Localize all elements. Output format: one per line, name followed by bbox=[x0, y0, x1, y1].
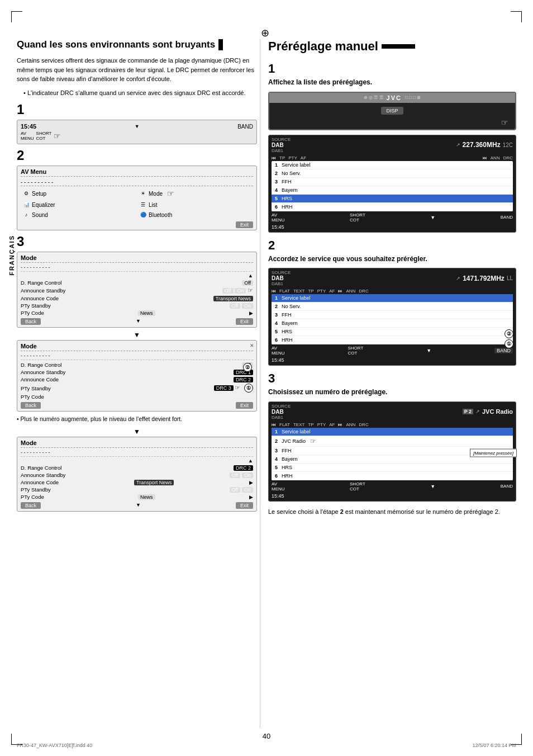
av-menu-label-s1: AVMENU bbox=[21, 131, 34, 141]
exit-btn-1[interactable]: Exit bbox=[236, 318, 253, 325]
dab-label-main-2: DAB bbox=[272, 275, 291, 281]
dab-text-3-5: HRS bbox=[282, 465, 292, 470]
dab-item-2-5[interactable]: 5 HRS bbox=[272, 328, 513, 336]
pty-standby-values-3: Off On bbox=[230, 486, 254, 493]
pty-off-1[interactable]: Off bbox=[230, 303, 241, 309]
disp-btn-row: DISP bbox=[272, 105, 513, 116]
dab-band-btn-2[interactable]: BAND bbox=[494, 348, 513, 353]
announce-code-label-2: Announce Code bbox=[21, 376, 59, 382]
step2-badge-2: ② bbox=[505, 329, 513, 338]
dab-item-2-4[interactable]: 4 Bayern bbox=[272, 319, 513, 328]
dab-freq-1: 227.360MHz bbox=[463, 141, 501, 149]
dab-num-3-1: 1 bbox=[275, 429, 278, 434]
dab-btn-row-1: AVMENU SHORTCOT ▼ BAND bbox=[272, 211, 513, 224]
dab-item-2-3[interactable]: 3 FFH bbox=[272, 311, 513, 319]
dab-time-2: 15:45 bbox=[272, 357, 284, 363]
dab-text-2-2: No Serv. bbox=[282, 304, 301, 309]
dab-item-3-2[interactable]: 2 JVC Radio ☞ bbox=[272, 436, 513, 447]
drc2-value[interactable]: DRC 2 bbox=[234, 377, 253, 382]
mode-row-pty-code-3: PTy Code News ▶ bbox=[21, 493, 253, 500]
mode-down-arrow-3: ▼ bbox=[136, 502, 141, 509]
dab-sublabel-3: DAB1 bbox=[272, 415, 291, 420]
dab-num-2-3: 3 bbox=[275, 312, 278, 318]
pty-off-3[interactable]: Off bbox=[230, 487, 241, 493]
dab-num-1-1: 1 bbox=[275, 162, 278, 168]
mode-icon: ☀ bbox=[140, 190, 146, 197]
dab-text-3-1: Service label bbox=[282, 429, 311, 434]
dab-item-3-6[interactable]: 6 HRH bbox=[272, 472, 513, 480]
mode-row-announce-2: Announce Standby DRC 1 bbox=[21, 368, 253, 376]
back-btn-3[interactable]: Back bbox=[21, 502, 41, 509]
pty-on-3[interactable]: On bbox=[242, 487, 253, 493]
dab-text-2-5: HRS bbox=[282, 329, 292, 334]
av-menu-exit-btn[interactable]: Exit bbox=[236, 221, 253, 228]
dab-num-2-4: 4 bbox=[275, 320, 278, 326]
pty-on-1[interactable]: On bbox=[242, 303, 253, 309]
announce-off-3[interactable]: Off bbox=[230, 472, 241, 478]
announce-on-1[interactable]: On bbox=[235, 288, 246, 294]
mode-dashes-3: - - - - - - - - - - bbox=[21, 450, 253, 457]
dab-screen-3: SOURCE DAB DAB1 P 2 ↗ JVC Radio ⏮ FLAT T… bbox=[268, 401, 516, 502]
dab-num-2-2: 2 bbox=[275, 304, 278, 309]
dab-num-1-4: 4 bbox=[275, 187, 278, 193]
mode-btn-row-3: Back ▼ Exit ☞ bbox=[21, 502, 253, 509]
drc-value-3: DRC 2 bbox=[234, 465, 253, 471]
dab-item-2-2[interactable]: 2 No Serv. bbox=[272, 303, 513, 311]
badge-2: ② bbox=[243, 363, 252, 372]
announce-standby-label-2: Announce Standby bbox=[21, 369, 65, 375]
dab-item-1-1[interactable]: 1 Service label bbox=[272, 161, 513, 169]
jvc-body-1: DISP ☞ bbox=[269, 103, 515, 129]
dab-item-1-4[interactable]: 4 Bayern bbox=[272, 186, 513, 195]
av-menu-mode[interactable]: ☀ Mode ☞ bbox=[137, 188, 253, 199]
dab-av-menu-2: AVMENU bbox=[272, 346, 285, 356]
dab-item-1-5[interactable]: 5 HRS bbox=[272, 195, 513, 203]
dab-arrow-1: ↗ bbox=[456, 142, 460, 148]
exit-btn-2[interactable]: Exit bbox=[236, 402, 253, 409]
av-menu-sound[interactable]: ♪ Sound bbox=[21, 210, 136, 219]
av-menu-setup[interactable]: ⚙ Setup bbox=[21, 188, 136, 199]
dab-text-3-4: Bayern bbox=[282, 456, 298, 462]
dab-num-3-6: 6 bbox=[275, 473, 278, 479]
dab-num-1-5: 5 bbox=[275, 196, 278, 201]
dab-flat-3: FLAT bbox=[279, 422, 290, 427]
conclusion-start: Le service choisi à l'étape bbox=[268, 508, 340, 515]
av-menu-equalizer[interactable]: 📊 Equalizer bbox=[21, 200, 136, 209]
dab-band-code-1: 12C bbox=[503, 142, 513, 148]
equalizer-icon: 📊 bbox=[23, 201, 30, 208]
mode-title-1: Mode bbox=[21, 254, 253, 263]
dab-num-2-6: 6 bbox=[275, 337, 278, 343]
exit-btn-3[interactable]: Exit ☞ bbox=[236, 502, 253, 509]
mode-row-announce-3: Announce Standby Off On bbox=[21, 471, 253, 479]
mode-row-announce-1: Announce Standby Off On ☞ bbox=[21, 286, 253, 295]
arrow-between-screens: ▼ bbox=[17, 331, 257, 339]
dab-text-2-6: HRH bbox=[282, 337, 293, 343]
hand-icon-disp: ☞ bbox=[501, 118, 508, 127]
dab-item-1-2[interactable]: 2 No Serv. bbox=[272, 169, 513, 178]
conclusion-text: Le service choisi à l'étape 2 est mainte… bbox=[268, 507, 516, 517]
dab-item-1-6[interactable]: 6 HRH bbox=[272, 203, 513, 211]
dab-item-3-5[interactable]: 5 HRS bbox=[272, 464, 513, 472]
dab-ann-2: ANN bbox=[346, 289, 355, 294]
announce-on-3[interactable]: On bbox=[242, 472, 253, 478]
back-btn-1[interactable]: Back bbox=[21, 318, 41, 325]
mode-arrow-up-1: ▲ bbox=[21, 273, 253, 278]
mode-row-code-1: Announce Code Transport News bbox=[21, 295, 253, 302]
dab-av-menu-1: AVMENU bbox=[272, 212, 285, 223]
av-menu-list[interactable]: ☰ List bbox=[137, 200, 253, 209]
drc3-value[interactable]: DRC 3 bbox=[214, 385, 234, 391]
mode-row-code-3: Announce Code Transport News ▶ bbox=[21, 479, 253, 486]
announce-off-1[interactable]: Off bbox=[222, 288, 234, 294]
back-btn-2[interactable]: Back bbox=[21, 402, 41, 409]
av-menu-bluetooth[interactable]: 🔵 Bluetooth bbox=[137, 210, 253, 219]
mode-screen-1: Mode - - - - - - - - - - ▲ D. Range Cont… bbox=[17, 252, 257, 328]
dab-item-1-3[interactable]: 3 FFH bbox=[272, 178, 513, 186]
sound-label: Sound bbox=[32, 212, 48, 218]
disp-button[interactable]: DISP bbox=[381, 107, 403, 115]
pty-standby-label-3: PTy Standby bbox=[21, 486, 51, 493]
left-heading-text: Quand les sons environnants sont bruyant… bbox=[17, 39, 215, 50]
dab-item-3-1[interactable]: 1 Service label bbox=[272, 428, 513, 436]
dab-item-2-1[interactable]: 1 Service label bbox=[272, 294, 513, 303]
list-icon: ☰ bbox=[140, 201, 146, 208]
dab-item-2-6[interactable]: 6 HRH bbox=[272, 336, 513, 344]
pty-standby-values-1: Off On bbox=[230, 303, 254, 309]
